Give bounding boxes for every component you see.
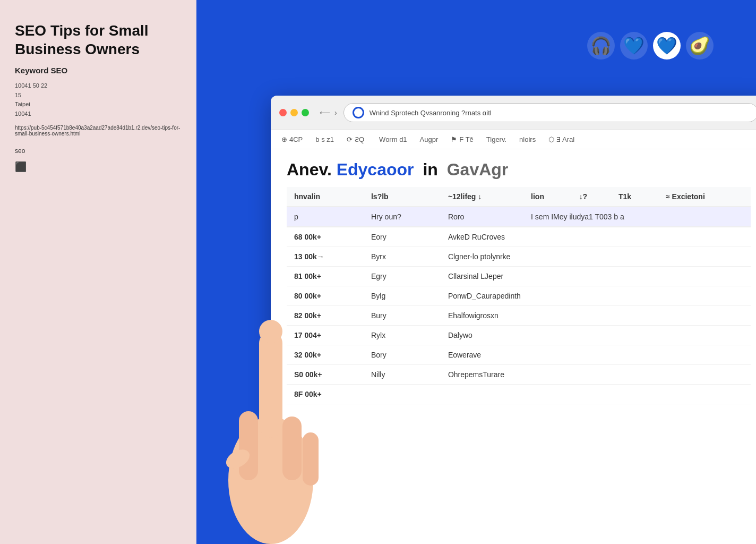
cell-desc-0: AvkeD RuCroves [441,227,751,247]
forward-icon[interactable]: › [334,108,337,117]
heart2-icon: 💙 [653,32,681,60]
toolbar-icon-0: ⊕ [281,135,287,143]
cell-desc-2: Cllarsinal LJeper [441,267,751,286]
toolbar-item-tiger[interactable]: Tigerv. [486,135,506,143]
sh-3: I sem IMey iludya1 T003 b a [523,207,751,227]
table-row: 8F 00k+ [287,385,751,404]
th-6: ≈ Excietoni [658,187,751,207]
th-1: ls?lb [364,187,441,207]
close-button[interactable] [279,109,287,116]
cell-desc-6: Eowerave [441,345,751,365]
title-part1: Anev. [287,160,332,179]
headphone-icon: 🎧 [587,32,615,60]
toolbar-item-augpr[interactable]: Augpr [420,135,439,143]
cell-desc-3: PonwD_Caurapedinth [441,286,751,306]
title-part3: in [423,160,437,179]
meta-line4: 10041 [15,109,182,119]
sh-1: Hry oun? [364,207,441,227]
cell-metric-0: 68 00k+ [287,227,364,247]
address-bar[interactable]: Wnind Sprotech Qvsanroning ?rnats αitl [343,103,756,122]
title-part4: GavAgr [447,160,509,179]
cell-desc-4: Ehalfowigrosxn [441,306,751,326]
cell-type-5: Rylx [364,326,441,345]
sidebar-tag-icon: ⬛ [15,161,182,173]
te-icon: ⚑ [451,135,457,143]
svg-point-6 [223,446,253,472]
cell-desc-8 [441,385,751,404]
cell-metric-5: 17 004+ [287,326,364,345]
table-row: 32 00k+BoryEowerave [287,345,751,365]
sidebar-meta: 10041 50 22 15 Taipei 10041 [15,81,182,118]
browser-content: Anev. Edycaoor in GavAgr hnvalin ls?lb ~… [271,149,756,415]
browser-window: ⟵ › Wnind Sprotech Qvsanroning ?rnats αi… [271,96,756,544]
maximize-button[interactable] [302,109,309,116]
cell-metric-6: 32 00k+ [287,345,364,365]
toolbar-icon-2: ⟳ [347,135,353,143]
title-part2: Edycaoor [337,160,414,179]
table-row: 13 00k→ByrxClgner-lo ptolynrke [287,247,751,267]
cell-type-1: Byrx [364,247,441,267]
table-row: 68 00k+EoryAvkeD RuCroves [287,227,751,247]
sidebar-tag: seo [15,147,182,155]
table-row: 82 00k+BuryEhalfowigrosxn [287,306,751,326]
toolbar-item-1[interactable]: b s z1 [315,135,334,143]
meta-line3: Taipei [15,100,182,109]
th-0: hnvalin [287,187,364,207]
toolbar-item-0[interactable]: ⊕ 4CP [281,135,303,143]
sidebar: SEO Tips for Small Business Owners Keywo… [0,0,196,544]
table-subheader-row: p Hry oun? Roro I sem IMey iludya1 T003 … [287,207,751,227]
table-row: 81 00k+EgryCllarsinal LJeper [287,267,751,286]
address-text: Wnind Sprotech Qvsanroning ?rnats αitl [370,109,749,117]
cell-type-3: Bylg [364,286,441,306]
cell-desc-5: Dalywo [441,326,751,345]
browser-chrome: ⟵ › Wnind Sprotech Qvsanroning ?rnats αi… [271,96,756,130]
svg-rect-3 [239,411,258,480]
sidebar-url[interactable]: https://pub-5c454f571b8e40a3a2aad27ade84… [15,125,182,137]
cell-type-8 [364,385,441,404]
th-5: T1k [611,187,658,207]
page-title: SEO Tips for Small Business Owners [15,21,182,58]
black-avocado-icon: 🥑 [686,32,714,60]
cell-metric-2: 81 00k+ [287,267,364,286]
aral-icon: ⬡ [548,135,554,143]
cell-type-7: Nilly [364,365,441,385]
toolbar-item-aral[interactable]: ⬡ Ǝ Aral [548,135,574,143]
toolbar-item-worm[interactable]: Worm d1 [377,135,407,143]
table-row: 17 004+RylxDalywo [287,326,751,345]
back-icon[interactable]: ⟵ [320,108,330,117]
toolbar-item-te[interactable]: ⚑ F Tē [451,135,474,143]
cell-type-4: Bury [364,306,441,326]
cell-metric-8: 8F 00k+ [287,385,364,404]
cell-desc-1: Clgner-lo ptolynrke [441,247,751,267]
toolbar-item-nloirs[interactable]: nloirs [519,135,536,143]
content-page-title: Anev. Edycaoor in GavAgr [287,160,751,180]
cell-type-6: Bory [364,345,441,365]
table-row: 80 00k+BylgPonwD_Caurapedinth [287,286,751,306]
cell-metric-4: 82 00k+ [287,306,364,326]
cell-metric-7: S0 00k+ [287,365,364,385]
th-3: lion [523,187,571,207]
toolbar-item-2[interactable]: ⟳ ƧQ [347,135,364,143]
sh-0: p [287,207,364,227]
data-table: hnvalin ls?lb ~12lifeg ↓ lion ↓? T1k ≈ E… [287,187,751,404]
browser-nav: ⟵ › [320,108,337,117]
cell-type-2: Egry [364,267,441,286]
table-row: S0 00k+NillyOhrepemsTurare [287,365,751,385]
cell-desc-7: OhrepemsTurare [441,365,751,385]
sidebar-subtitle: Keyword SEO [15,66,182,75]
th-2: ~12lifeg ↓ [441,187,523,207]
meta-line2: 15 [15,91,182,100]
main-area: 🎧 💙 💙 🥑 ⟵ › Wnind Sprotech Qvsanroning ?… [196,0,756,544]
meta-line1: 10041 50 22 [15,81,182,91]
browser-toolbar: ⊕ 4CP b s z1 ⟳ ƧQ Worm d1 Augpr ⚑ F Tē T… [271,130,756,149]
loading-indicator [353,107,364,118]
table-header-row: hnvalin ls?lb ~12lifeg ↓ lion ↓? T1k ≈ E… [287,187,751,207]
sh-2: Roro [441,207,523,227]
traffic-lights [279,109,309,116]
minimize-button[interactable] [290,109,298,116]
heart-icon: 💙 [620,32,648,60]
cell-metric-3: 80 00k+ [287,286,364,306]
th-4: ↓? [571,187,611,207]
top-icons: 🎧 💙 💙 🥑 [587,32,714,60]
cell-type-0: Eory [364,227,441,247]
